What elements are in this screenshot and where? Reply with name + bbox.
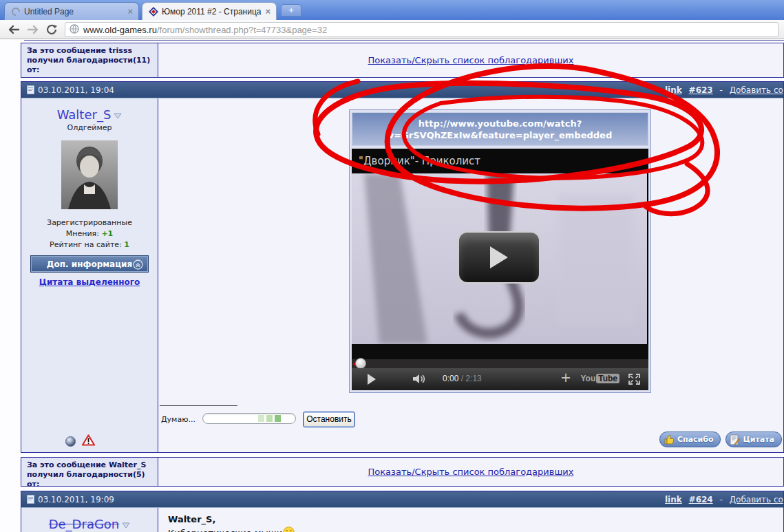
seek-bar[interactable] [352, 359, 648, 368]
tab-untitled-page[interactable]: Untitled Page × [4, 2, 139, 20]
close-tab-icon[interactable]: × [265, 6, 271, 17]
progress-block [258, 415, 264, 422]
message-line: Walter_S, [168, 513, 774, 526]
user-rank: Олдгеймер [21, 123, 158, 132]
plus-icon: + [288, 5, 294, 15]
add-message-link[interactable]: Добавить сообщение [730, 85, 784, 95]
player-controls: 0:00 / 2:13 + YouTube [352, 368, 648, 390]
user-panel: Walter_S Олдгеймер [21, 98, 158, 453]
url-host: www.old-games.ru [83, 25, 157, 35]
time-total: / 2:13 [461, 374, 482, 383]
add-to-playlist-button[interactable]: + [560, 370, 571, 385]
post-number-link[interactable]: #624 [689, 495, 713, 504]
quote-label: Цитата [743, 435, 774, 444]
video-title: "Дворник"- Приколист [352, 149, 648, 173]
play-overlay-button[interactable] [458, 231, 540, 284]
reload-button[interactable] [44, 21, 61, 38]
opinions-label: Мнения: [66, 229, 99, 238]
old-games-favicon [148, 6, 159, 17]
post-message-area: http://www.youtube.com/watch? v=GrSVQhZE… [158, 98, 783, 453]
url-path: /forum/showthread.php?t=47733&page=32 [157, 25, 327, 35]
thanks-strip-walter: За это сообщение Walter_S получил благод… [21, 457, 784, 487]
quote-page-icon [730, 434, 740, 445]
toggle-thanks-list-link[interactable]: Показать/Скрыть список поблагодаривших [368, 467, 574, 477]
post-header-links: link #623 - Добавить сообщение [665, 85, 784, 95]
fullscreen-button[interactable] [628, 374, 640, 387]
logo-tube: Tube [596, 374, 619, 383]
forum-page: За это сообщение trisss получил благодар… [0, 39, 784, 532]
toggle-thanks-list-link[interactable]: Показать/Скрыть список поблагодаривших [368, 55, 574, 65]
volume-button[interactable] [412, 373, 427, 387]
browser-toolbar: www.old-games.ru /forum/showthread.php?t… [0, 20, 784, 39]
user-dropdown-icon[interactable] [122, 518, 130, 531]
progress-bar [202, 413, 296, 424]
logo-you: You [580, 374, 595, 383]
user-panel: De_DraGon Заблокирован [21, 508, 158, 532]
rating-label: Рейтинг на сайте: [50, 240, 122, 249]
thanks-strip-trisss: За это сообщение trisss получил благодар… [21, 43, 784, 78]
youtube-url-link[interactable]: http://www.youtube.com/watch? v=GrSVQhZE… [352, 112, 648, 146]
opinions-value: +1 [101, 229, 113, 238]
post-link[interactable]: link [665, 85, 682, 95]
tab-title: Юмор 2011 #2 - Страница 32 [162, 7, 262, 17]
post-number-link[interactable]: #623 [689, 85, 713, 95]
signature-divider [160, 405, 237, 406]
forward-button[interactable] [25, 21, 41, 38]
time-current: 0:00 [443, 374, 461, 383]
post-date: 03.10.2011, 19:09 [38, 495, 114, 504]
thumbs-up-icon [664, 434, 675, 445]
separator: - [720, 495, 723, 504]
play-button[interactable] [367, 374, 377, 387]
seek-handle[interactable] [355, 358, 366, 369]
youtube-logo[interactable]: YouTube [580, 374, 619, 383]
previous-post-border [24, 40, 784, 41]
youtube-url-line2: v=GrSVQhZExIw&feature=player_embedded [352, 129, 648, 141]
thanks-label: За это сообщение Walter_S получил благод… [21, 458, 158, 486]
username-link[interactable]: De_DraGon [49, 517, 120, 531]
more-info-button[interactable]: Доп. информация [30, 255, 149, 273]
username-link[interactable]: Walter_S [57, 107, 112, 122]
browser-window: Untitled Page × Юмор 2011 #2 - Страница … [0, 0, 784, 532]
thanks-label: Спасибо [677, 435, 714, 444]
post-624: 03.10.2011, 19:09 link #624 - Добавить с… [21, 491, 784, 532]
thanks-button[interactable]: Спасибо [659, 432, 721, 447]
tab-strip: Untitled Page × Юмор 2011 #2 - Страница … [0, 0, 784, 20]
globe-icon [70, 24, 79, 36]
post-icon [27, 85, 34, 96]
tab-forum-thread[interactable]: Юмор 2011 #2 - Страница 32 × [142, 2, 277, 20]
post-header-links: link #624 - Добавить сообщение [665, 495, 784, 504]
video-frame[interactable] [352, 173, 648, 344]
post-header: 03.10.2011, 19:09 link #624 - Добавить с… [21, 491, 783, 508]
quote-button[interactable]: Цитата [725, 432, 782, 447]
add-message-link[interactable]: Добавить сообщение [730, 495, 784, 504]
more-info-label: Доп. информация [47, 259, 132, 269]
address-bar[interactable]: www.old-games.ru /forum/showthread.php?t… [65, 22, 778, 37]
message-text: Walter_S, Кибернетические мыши [158, 508, 783, 532]
message-line-text: Кибернетические мыши [168, 528, 282, 532]
play-icon [489, 246, 509, 269]
stop-button[interactable]: Остановить [303, 412, 355, 427]
new-tab-button[interactable]: + [281, 4, 301, 17]
youtube-url-line1: http://www.youtube.com/watch? [352, 118, 648, 129]
post-623: 03.10.2011, 19:04 link #623 - Добавить с… [21, 81, 784, 453]
quote-selected-link[interactable]: Цитата выделенного [39, 277, 140, 287]
online-status-icon [65, 436, 76, 447]
loading-spinner-icon [10, 6, 21, 17]
letterbox-bar [352, 344, 648, 359]
back-button[interactable] [6, 21, 22, 38]
post-header: 03.10.2011, 19:04 link #623 - Добавить с… [21, 82, 783, 98]
tab-title: Untitled Page [24, 7, 125, 17]
user-dropdown-icon[interactable] [114, 109, 122, 122]
post-date: 03.10.2011, 19:04 [38, 85, 114, 95]
post-link[interactable]: link [665, 495, 682, 504]
report-post-icon[interactable] [82, 434, 95, 449]
progress-block [275, 415, 281, 422]
youtube-embed: http://www.youtube.com/watch? v=GrSVQhZE… [349, 109, 651, 393]
progress-block [266, 415, 273, 422]
post-icon [27, 495, 34, 506]
avatar[interactable] [21, 140, 158, 212]
collapse-circle-icon [133, 259, 143, 270]
thinking-label: Думаю... [161, 415, 195, 424]
close-tab-icon[interactable]: × [127, 6, 133, 17]
time-display: 0:00 / 2:13 [443, 374, 482, 383]
